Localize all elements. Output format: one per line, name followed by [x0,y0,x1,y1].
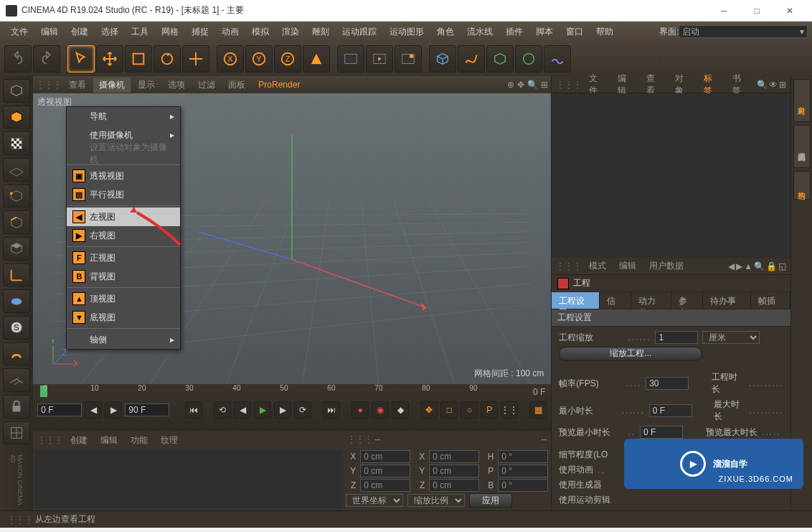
rot-h-input[interactable] [498,450,548,463]
menu-sculpt[interactable]: 雕刻 [306,22,336,42]
range-end-button[interactable]: ▶ [105,401,122,419]
menu-mesh[interactable]: 网格 [155,22,185,42]
point-mode-button[interactable] [3,185,30,208]
vp-prorender-tab[interactable]: ProRender [252,78,306,91]
menu-render[interactable]: 渲染 [275,22,306,42]
menu-mograph[interactable]: 运动图形 [383,22,430,42]
range-start-button[interactable]: ◀ [85,401,102,419]
close-button[interactable]: ✕ [773,0,806,22]
view-icon[interactable]: 👁 [769,80,778,90]
start-frame-input[interactable] [37,403,82,416]
goto-start-button[interactable]: ⏮ [185,401,202,419]
autokey-button[interactable]: ◉ [372,401,389,419]
play-button[interactable]: ▶ [254,401,271,419]
dock-objects-button[interactable]: 对象 [793,79,811,122]
vp-options-tab[interactable]: 选项 [162,78,191,93]
size-z-input[interactable] [429,479,479,492]
edge-mode-button[interactable] [3,210,30,234]
new-window-icon[interactable]: ◱ [778,261,786,271]
dd-right-view[interactable]: ▶右视图 [67,226,180,245]
prev-key-button[interactable]: ⟲ [214,401,231,419]
tab-project-settings[interactable]: 工程设置 [552,292,600,309]
menu-snap[interactable]: 捕捉 [185,22,215,42]
nav-back-icon[interactable]: ◀ [728,261,735,271]
vp-filter-tab[interactable]: 过滤 [192,78,221,93]
generator-button[interactable] [486,45,514,73]
dock-content-button[interactable]: 内容浏览器 [793,125,811,168]
snap-button[interactable]: S [3,316,30,340]
lock-button[interactable] [3,395,30,419]
spline-button[interactable] [458,45,485,73]
rotate-tool[interactable] [154,45,181,73]
menu-animate[interactable]: 动画 [215,22,245,42]
render-active-button[interactable] [395,45,422,73]
nav-up-icon[interactable]: ▲ [744,261,752,271]
cube-primitive-button[interactable] [429,45,456,73]
tab-refs[interactable]: 参考 [671,292,703,309]
scale-project-button[interactable]: 缩放工程... [559,347,702,361]
pmin-input[interactable] [640,426,683,439]
menu-plugins[interactable]: 插件 [499,22,529,42]
mat-func-tab[interactable]: 功能 [125,433,154,448]
unit-select[interactable]: 厘米 [702,331,760,344]
vp-nav-icon[interactable]: ⊕ [507,80,514,90]
vp-panel-tab[interactable]: 面板 [222,78,251,93]
menu-tracker[interactable]: 运动跟踪 [336,22,383,42]
tab-info[interactable]: 信息 [600,292,631,309]
coord-system-button[interactable] [303,45,330,73]
rot-b-input[interactable] [498,479,548,492]
key-rotate-button[interactable]: ○ [461,401,478,419]
menu-character[interactable]: 角色 [430,22,461,42]
dd-left-view[interactable]: ◀左视图 [67,207,180,226]
menu-window[interactable]: 窗口 [560,22,590,42]
menu-script[interactable]: 脚本 [529,22,560,42]
render-settings-button[interactable] [337,45,364,73]
object-manager-tree[interactable] [552,93,790,258]
recent-tool[interactable] [182,45,209,73]
dd-top-view[interactable]: ▲顶视图 [67,289,180,308]
menu-pipeline[interactable]: 流水线 [461,22,499,42]
deformer-button[interactable] [515,45,542,73]
dd-axonometric[interactable]: 轴侧▸ [67,330,180,349]
perspective-viewport[interactable]: 透视视图 导航▸ 使用摄像机▸ 设置活动对象为摄像机 ▣透视视图 ▤平行视图 ◀… [33,93,551,384]
polygon-mode-button[interactable] [3,237,30,261]
mat-texture-tab[interactable]: 纹理 [155,433,184,448]
vp-zoom-icon[interactable]: 🔍 [527,80,538,90]
menu-tools[interactable]: 工具 [125,22,155,42]
search-icon-2[interactable]: 🔍 [754,261,765,271]
end-frame-input[interactable] [125,403,169,416]
apply-button[interactable]: 应用 [469,493,512,508]
goto-end-button[interactable]: ⏭ [323,401,340,419]
environment-button[interactable] [544,45,571,73]
key-pla-button[interactable]: ⋮⋮ [501,401,518,419]
dd-perspective[interactable]: ▣透视视图 [67,167,180,185]
y-axis-button[interactable]: Y [245,45,273,73]
grid2-button[interactable] [3,421,30,445]
rot-p-input[interactable] [498,465,548,477]
nav-fwd-icon[interactable]: ▶ [736,261,742,271]
mintime-input[interactable] [649,404,692,417]
pos-y-input[interactable] [360,465,410,477]
menu-simulate[interactable]: 模拟 [245,22,275,42]
key-param-button[interactable]: P [481,401,498,419]
dock-structure-button[interactable]: 构造 [793,171,811,200]
next-key-button[interactable]: ⟳ [294,401,311,419]
menu-select[interactable]: 选择 [95,22,125,42]
redo-button[interactable] [33,45,60,73]
timeline-ruler[interactable]: 0 10 20 30 40 50 60 70 80 90 0 F [33,384,551,400]
minimize-button[interactable]: ─ [707,0,740,22]
attr-mode-tab[interactable]: 模式 [583,258,612,274]
vp-layout-icon[interactable]: ⊞ [541,80,548,90]
grid-button[interactable] [3,368,30,392]
layout-combo[interactable]: 启动 ▾ [679,25,808,38]
mat-edit-tab[interactable]: 编辑 [95,433,123,448]
x-axis-button[interactable]: X [217,45,244,73]
record-button[interactable]: ● [351,401,369,419]
render-view-button[interactable] [366,45,393,73]
dd-navigation[interactable]: 导航▸ [67,107,180,126]
vp-display-tab[interactable]: 显示 [132,78,161,93]
keyframe-button[interactable]: ◆ [392,401,409,419]
workplane-button[interactable] [3,158,30,182]
z-axis-button[interactable]: Z [274,45,301,73]
lock-icon[interactable]: 🔒 [766,261,777,271]
